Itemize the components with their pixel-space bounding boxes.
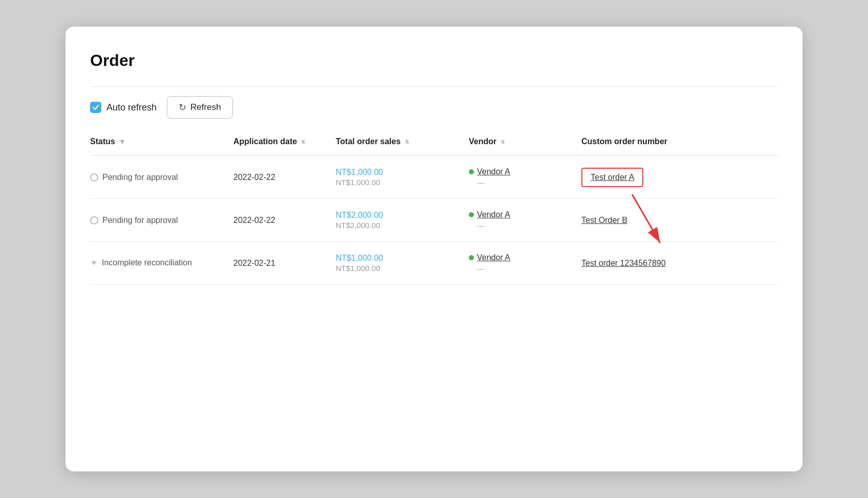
cell-vendor: Vendor A---: [469, 199, 581, 242]
vendor-link[interactable]: Vendor A: [477, 167, 510, 176]
table-row: Pending for approval2022-02-22NT$2,000.0…: [90, 199, 778, 242]
sales-secondary: NT$1,000.00: [336, 264, 463, 273]
refresh-button-label: Refresh: [190, 102, 221, 112]
sort-icon-sales[interactable]: ⇅: [405, 139, 409, 145]
table-row: Pending for approval2022-02-22NT$1,000.0…: [90, 156, 778, 199]
status-asterisk-icon: ✦: [90, 257, 98, 268]
date-value: 2022-02-21: [233, 259, 275, 267]
vendor-link[interactable]: Vendor A: [477, 253, 510, 262]
vendor-active-dot: [469, 169, 474, 174]
date-value: 2022-02-22: [233, 216, 275, 224]
toolbar: Auto refresh ↻ Refresh: [90, 86, 778, 128]
refresh-icon: ↻: [179, 102, 186, 113]
cell-sales: NT$1,000.00NT$1,000.00: [336, 242, 469, 285]
table-wrapper: Status ▼ Application date ⇅ Total order …: [90, 128, 778, 285]
sort-icon-date[interactable]: ⇅: [301, 139, 305, 145]
custom-order-link[interactable]: Test order A: [591, 173, 634, 182]
sales-secondary: NT$1,000.00: [336, 178, 463, 187]
cell-custom-order: Test order A: [581, 156, 778, 199]
cell-custom-order: Test order 1234567890: [581, 242, 778, 285]
table-header-row: Status ▼ Application date ⇅ Total order …: [90, 128, 778, 156]
auto-refresh-checkbox[interactable]: [90, 102, 101, 113]
cell-sales: NT$2,000.00NT$2,000.00: [336, 199, 469, 242]
cell-sales: NT$1,000.00NT$1,000.00: [336, 156, 469, 199]
status-circle-icon: [90, 173, 98, 182]
col-header-date: Application date ⇅: [233, 128, 336, 156]
vendor-active-dot: [469, 255, 474, 260]
sales-primary: NT$1,000.00: [336, 168, 463, 177]
col-header-sales: Total order sales ⇅: [336, 128, 469, 156]
cell-date: 2022-02-22: [233, 199, 336, 242]
refresh-button[interactable]: ↻ Refresh: [167, 96, 233, 119]
cell-vendor: Vendor A---: [469, 156, 581, 199]
highlight-box: Test order A: [581, 168, 643, 187]
sales-primary: NT$2,000.00: [336, 211, 463, 220]
filter-icon[interactable]: ▼: [119, 138, 126, 146]
custom-order-link[interactable]: Test Order B: [581, 216, 627, 224]
status-circle-icon: [90, 216, 98, 224]
custom-order-link[interactable]: Test order 1234567890: [581, 259, 666, 267]
table-row: ✦Incomplete reconciliation2022-02-21NT$1…: [90, 242, 778, 285]
vendor-dash: ---: [477, 221, 575, 230]
sort-icon-vendor[interactable]: ⇅: [501, 139, 505, 145]
cell-status: ✦Incomplete reconciliation: [90, 242, 233, 285]
cell-status: Pending for approval: [90, 156, 233, 199]
cell-status: Pending for approval: [90, 199, 233, 242]
cell-custom-order: Test Order B: [581, 199, 778, 242]
vendor-link[interactable]: Vendor A: [477, 210, 510, 219]
auto-refresh-label[interactable]: Auto refresh: [90, 102, 157, 113]
col-header-vendor: Vendor ⇅: [469, 128, 581, 156]
vendor-dash: ---: [477, 264, 575, 273]
main-window: Order Auto refresh ↻ Refresh: [66, 27, 802, 471]
col-header-custom-order: Custom order number: [581, 128, 778, 156]
col-header-status: Status ▼: [90, 128, 233, 156]
sales-primary: NT$1,000.00: [336, 254, 463, 263]
page-title: Order: [90, 51, 778, 70]
auto-refresh-text: Auto refresh: [106, 102, 157, 113]
cell-date: 2022-02-21: [233, 242, 336, 285]
vendor-dash: ---: [477, 178, 575, 187]
sales-secondary: NT$2,000.00: [336, 221, 463, 230]
orders-table: Status ▼ Application date ⇅ Total order …: [90, 128, 778, 285]
status-text: Incomplete reconciliation: [102, 257, 192, 268]
vendor-active-dot: [469, 212, 474, 217]
status-text: Pending for approval: [102, 173, 178, 182]
cell-vendor: Vendor A---: [469, 242, 581, 285]
date-value: 2022-02-22: [233, 173, 275, 182]
cell-date: 2022-02-22: [233, 156, 336, 199]
status-text: Pending for approval: [102, 216, 178, 225]
